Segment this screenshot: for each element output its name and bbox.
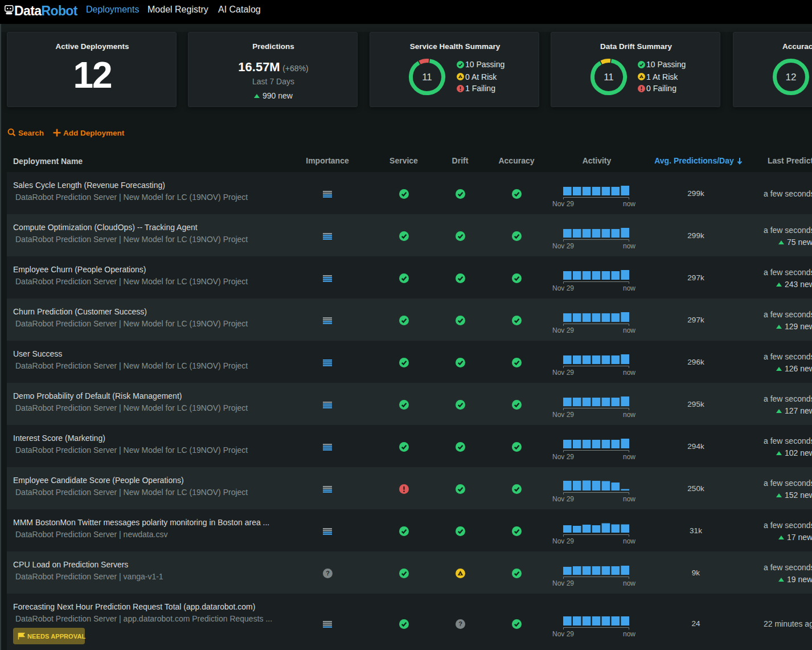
- svg-text:11: 11: [422, 72, 432, 83]
- svg-text:?: ?: [326, 570, 330, 577]
- svg-text:?: ?: [458, 620, 462, 627]
- svg-text:12: 12: [786, 72, 797, 83]
- svg-text:11: 11: [604, 72, 614, 83]
